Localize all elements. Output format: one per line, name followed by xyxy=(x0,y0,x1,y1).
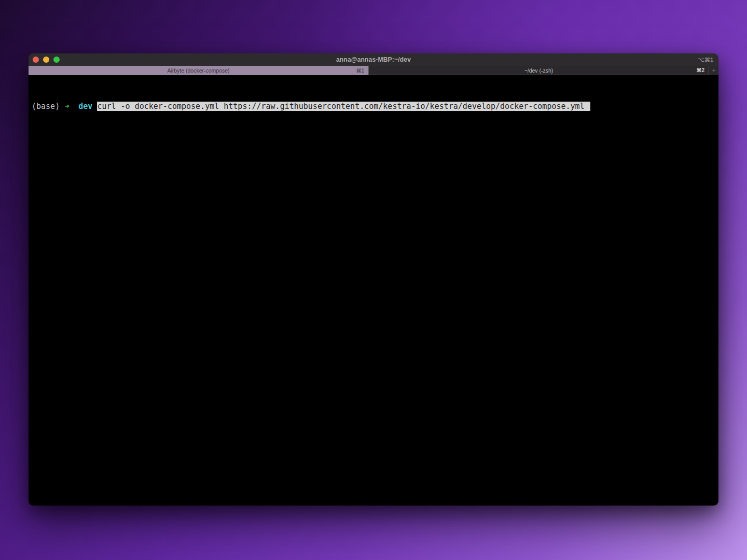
command-text-selected: curl -o docker-compose.yml https://raw.g… xyxy=(97,102,590,111)
conda-env-label: (base) xyxy=(32,102,60,111)
prompt-arrow: ➜ xyxy=(64,102,69,111)
zoom-button[interactable] xyxy=(53,57,60,63)
current-directory-label: dev xyxy=(78,102,92,111)
tab-dev-zsh[interactable]: ~/dev (-zsh) ⌘2 xyxy=(368,66,709,75)
terminal-content[interactable]: (base) ➜ dev curl -o docker-compose.yml … xyxy=(29,75,718,506)
title-bar[interactable]: anna@annas-MBP:~/dev ⌥⌘1 xyxy=(29,53,718,66)
tab-label: Airbyte (docker-compose) xyxy=(29,67,368,74)
close-button[interactable] xyxy=(33,57,39,63)
tab-label: ~/dev (-zsh) xyxy=(369,67,709,74)
tab-bar: Airbyte (docker-compose) ⌘1 ~/dev (-zsh)… xyxy=(29,66,718,75)
tab-airbyte-docker-compose[interactable]: Airbyte (docker-compose) ⌘1 xyxy=(29,66,368,75)
window-title: anna@annas-MBP:~/dev xyxy=(29,56,718,63)
tab-shortcut-hint: ⌘2 xyxy=(696,67,704,73)
terminal-window: anna@annas-MBP:~/dev ⌥⌘1 Airbyte (docker… xyxy=(29,53,718,506)
traffic-lights xyxy=(29,57,60,63)
minimize-button[interactable] xyxy=(43,57,49,63)
window-shortcut-hint: ⌥⌘1 xyxy=(698,57,713,63)
prompt-line: (base) ➜ dev curl -o docker-compose.yml … xyxy=(32,101,718,113)
tab-shortcut-hint: ⌘1 xyxy=(356,68,364,74)
new-tab-button[interactable]: + xyxy=(709,66,718,75)
